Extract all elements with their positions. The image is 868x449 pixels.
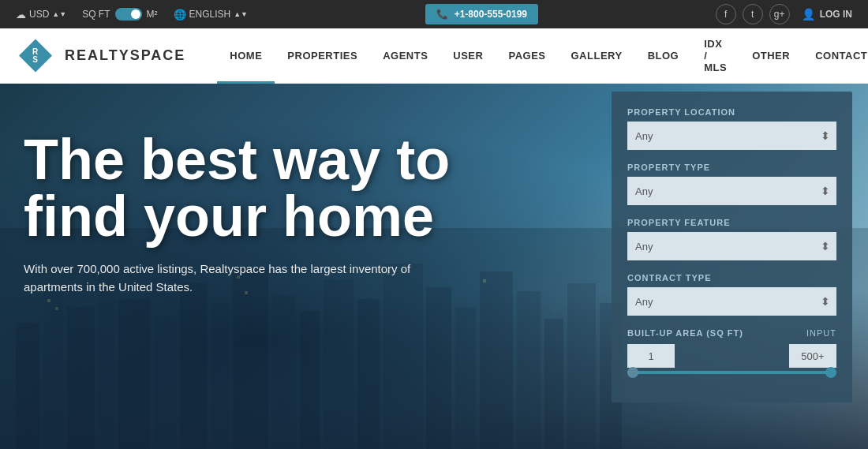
language-selector[interactable]: 🌐 ENGLISH ▲▼ — [174, 9, 249, 21]
nav-item-agents[interactable]: AGENTS — [370, 28, 440, 84]
contract-select-wrap: Any ⬍ — [627, 287, 836, 316]
svg-rect-19 — [544, 319, 563, 449]
social-icons: f t g+ — [716, 4, 790, 24]
svg-rect-1 — [16, 323, 39, 449]
top-bar: ☁ USD ▲▼ SQ FT M² 🌐 ENGLISH ▲▼ 📞 +1-800-… — [0, 0, 868, 28]
unit2-label: M² — [147, 9, 158, 20]
svg-rect-22 — [47, 299, 51, 302]
nav-item-properties[interactable]: PROPERTIES — [275, 28, 370, 84]
svg-rect-4 — [99, 275, 114, 449]
facebook-icon[interactable]: f — [716, 4, 736, 24]
logo[interactable]: R S REALTYSPACE — [16, 36, 185, 76]
currency-chevron-icon: ▲▼ — [52, 10, 66, 18]
hero-section: The best way to find your home With over… — [0, 84, 868, 449]
hero-text: The best way to find your home With over… — [24, 131, 513, 296]
area-slider-fill — [627, 371, 826, 374]
type-select-wrap: Any ⬍ — [627, 177, 836, 205]
svg-rect-7 — [180, 283, 208, 449]
hero-subtitle: With over 700,000 active listings, Realt… — [24, 260, 418, 296]
nav-item-contact[interactable]: CONTACT — [803, 28, 868, 84]
type-label: PROPERTY TYPE — [627, 163, 836, 172]
area-slider-thumb-right[interactable] — [825, 367, 836, 378]
area-slider-thumb-left[interactable] — [627, 367, 638, 378]
area-min-input[interactable] — [627, 344, 675, 368]
googleplus-icon[interactable]: g+ — [769, 4, 790, 24]
lang-chevron-icon: ▲▼ — [234, 10, 248, 18]
area-inputs-row — [627, 344, 836, 368]
nav-item-user[interactable]: USER — [440, 28, 496, 84]
feature-field-group: PROPERTY FEATURE Any ⬍ — [627, 218, 836, 260]
nav-item-home[interactable]: HOME — [217, 28, 275, 84]
svg-rect-3 — [67, 307, 95, 449]
svg-rect-18 — [517, 291, 541, 449]
area-max-input[interactable] — [789, 344, 836, 368]
svg-rect-8 — [211, 303, 229, 449]
unit-toggle-wrap: SQ FT M² — [82, 8, 157, 21]
phone-section: 📞 +1-800-555-0199 — [425, 4, 538, 24]
top-bar-right: f t g+ 👤 LOG IN — [716, 4, 852, 24]
location-select[interactable]: Any — [627, 122, 836, 150]
nav-item-pages[interactable]: PAGES — [496, 28, 558, 84]
phone-wrap[interactable]: 📞 +1-800-555-0199 — [425, 4, 538, 24]
search-panel: PROPERTY LOCATION Any ⬍ PROPERTY TYPE An… — [612, 92, 852, 402]
nav-items: HOME PROPERTIES AGENTS USER PAGES GALLER… — [217, 28, 868, 84]
nav-item-blog[interactable]: BLOG — [635, 28, 692, 84]
area-slider-track — [627, 371, 836, 374]
feature-select-wrap: Any ⬍ — [627, 232, 836, 260]
nav-bar: R S REALTYSPACE HOME PROPERTIES AGENTS U… — [0, 28, 868, 84]
area-field-group: BUILT-UP AREA (SQ FT) INPUT — [627, 328, 836, 374]
hero-title: The best way to find your home — [24, 131, 513, 245]
feature-label: PROPERTY FEATURE — [627, 218, 836, 227]
phone-icon: 📞 — [436, 9, 448, 20]
nav-item-idxmls[interactable]: IDX / MLS — [691, 28, 739, 84]
globe-icon: 🌐 — [174, 9, 186, 21]
currency-label: USD — [29, 9, 49, 20]
svg-rect-20 — [567, 283, 596, 449]
login-label: LOG IN — [820, 9, 852, 20]
nav-item-other[interactable]: OTHER — [739, 28, 803, 84]
feature-select[interactable]: Any — [627, 232, 836, 260]
area-input-toggle[interactable]: INPUT — [806, 328, 836, 338]
unit1-label: SQ FT — [82, 9, 110, 20]
area-label: BUILT-UP AREA (SQ FT) — [627, 328, 743, 338]
contract-select[interactable]: Any — [627, 287, 836, 316]
location-select-wrap: Any ⬍ — [627, 122, 836, 150]
svg-rect-16 — [455, 307, 476, 449]
currency-selector[interactable]: ☁ USD ▲▼ — [16, 9, 66, 21]
svg-rect-6 — [154, 315, 176, 449]
language-label: ENGLISH — [189, 9, 231, 20]
user-icon: 👤 — [802, 8, 815, 21]
type-field-group: PROPERTY TYPE Any ⬍ — [627, 163, 836, 205]
svg-rect-13 — [357, 299, 380, 449]
svg-rect-12 — [324, 279, 354, 449]
svg-rect-23 — [55, 307, 58, 310]
contract-field-group: CONTRACT TYPE Any ⬍ — [627, 273, 836, 316]
logo-diamond-icon: R S — [16, 36, 55, 76]
twitter-icon[interactable]: t — [743, 4, 763, 24]
location-label: PROPERTY LOCATION — [627, 107, 836, 117]
nav-item-gallery[interactable]: GALLERY — [559, 28, 635, 84]
login-button[interactable]: 👤 LOG IN — [802, 8, 852, 21]
unit-toggle[interactable] — [115, 8, 142, 21]
currency-icon: ☁ — [16, 9, 26, 21]
svg-rect-10 — [272, 295, 296, 449]
top-bar-left: ☁ USD ▲▼ SQ FT M² 🌐 ENGLISH ▲▼ — [16, 8, 248, 21]
location-field-group: PROPERTY LOCATION Any ⬍ — [627, 107, 836, 150]
area-header-row: BUILT-UP AREA (SQ FT) INPUT — [627, 328, 836, 338]
svg-rect-5 — [118, 299, 150, 449]
phone-number: +1-800-555-0199 — [455, 9, 527, 20]
svg-rect-2 — [43, 291, 63, 449]
contract-label: CONTRACT TYPE — [627, 273, 836, 282]
svg-rect-17 — [480, 271, 513, 449]
svg-rect-11 — [300, 311, 320, 449]
logo-text: REALTYSPACE — [65, 47, 185, 64]
svg-rect-15 — [426, 287, 451, 449]
type-select[interactable]: Any — [627, 177, 836, 205]
